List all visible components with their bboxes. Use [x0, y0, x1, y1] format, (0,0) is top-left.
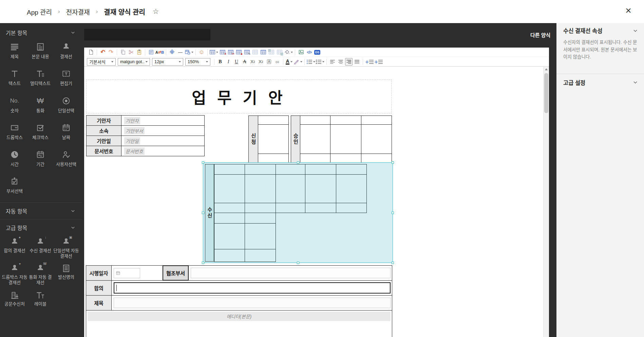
document-title[interactable]: 업 무 기 안: [192, 85, 286, 108]
section-basic-items[interactable]: 기본 항목: [0, 26, 82, 39]
sidebar-item-official-receiver[interactable]: 공문수신처: [2, 290, 27, 307]
scroll-up-icon[interactable]: [545, 68, 548, 70]
info-value[interactable]: 기안자: [121, 116, 204, 126]
sidebar-item-currency[interactable]: ₩ 통화: [27, 96, 53, 113]
ds-component-icon[interactable]: DS: [314, 49, 321, 56]
table-cell[interactable]: [276, 164, 305, 175]
table-cell[interactable]: [245, 203, 276, 213]
form-label[interactable]: 합의: [86, 281, 112, 295]
sidebar-item-date[interactable]: 날짜: [53, 123, 79, 140]
find-replace-icon[interactable]: A⇄B: [155, 49, 164, 56]
table-cell[interactable]: [330, 154, 361, 163]
form-name-input[interactable]: [84, 29, 210, 40]
horizontal-rule-icon[interactable]: —: [176, 49, 184, 56]
special-char-icon[interactable]: ※: [168, 49, 176, 56]
table-cell[interactable]: [305, 175, 336, 203]
cell-split-icon[interactable]: ▥: [276, 49, 283, 56]
indent-icon[interactable]: ＋: [365, 58, 374, 66]
body-editor-placeholder[interactable]: 에디터(본문): [88, 312, 391, 321]
info-label[interactable]: 기안일: [87, 136, 121, 146]
apply-approval-table[interactable]: 신청: [248, 116, 289, 163]
approve-approval-table[interactable]: 승인: [291, 116, 392, 163]
font-select[interactable]: malgun got..: [118, 58, 150, 66]
exec-date-input[interactable]: [114, 268, 140, 278]
table-cell[interactable]: [276, 175, 305, 203]
new-document-icon[interactable]: [87, 49, 95, 56]
undo-icon[interactable]: ↶: [99, 49, 107, 56]
table-pale-icon[interactable]: [251, 49, 259, 56]
panel-section-advanced-settings[interactable]: 고급 설정: [556, 74, 644, 91]
selection-handle[interactable]: [202, 212, 204, 214]
copy-icon[interactable]: [119, 49, 127, 56]
sidebar-item-dept-select[interactable]: 부서선택: [2, 177, 27, 194]
sidebar-item-body-content[interactable]: 본문 내용: [27, 42, 53, 59]
underline-icon[interactable]: U: [233, 58, 240, 66]
css-style-icon[interactable]: ∞: [273, 58, 281, 66]
sidebar-item-currency-auto-line[interactable]: ₩ 통화 자동 결재선: [27, 264, 53, 286]
info-label[interactable]: 문서번호: [87, 146, 121, 156]
form-label[interactable]: 제목: [86, 296, 112, 310]
table-cell[interactable]: [336, 164, 367, 175]
image-icon[interactable]: [297, 49, 305, 56]
table-cell[interactable]: [276, 203, 305, 213]
apply-header-cell[interactable]: 신청: [249, 116, 258, 163]
sidebar-item-dropbox-auto-line[interactable]: ▾ 드롭박스 자동결재선: [2, 264, 27, 286]
align-center-icon[interactable]: [337, 58, 344, 66]
calendar-clock-icon[interactable]: [185, 49, 193, 56]
emoticon-icon[interactable]: ☺: [198, 49, 205, 56]
table-cell[interactable]: [214, 224, 245, 249]
table-cell[interactable]: [245, 224, 276, 249]
highlight-color-icon[interactable]: [293, 58, 302, 66]
sidebar-item-text[interactable]: 텍스트: [2, 69, 27, 86]
section-auto-items[interactable]: 자동 항목: [0, 203, 82, 219]
sidebar-item-time[interactable]: 시간: [2, 150, 27, 167]
table-insert-icon[interactable]: [210, 49, 218, 56]
italic-icon[interactable]: I: [225, 58, 232, 66]
table-cell[interactable]: [245, 249, 276, 262]
selection-handle[interactable]: [392, 212, 394, 214]
panel-section-receive-properties[interactable]: 수신 결재선 속성: [556, 23, 644, 38]
remove-format-icon[interactable]: A: [265, 58, 273, 66]
sidebar-item-multitext[interactable]: 멀티텍스트: [27, 69, 53, 86]
receive-approval-table-selected[interactable]: 수신: [203, 162, 393, 263]
sidebar-item-user-select[interactable]: 사용자선택: [53, 150, 79, 167]
align-justify-icon[interactable]: [353, 58, 361, 66]
table-cell[interactable]: [214, 164, 245, 175]
table-cell[interactable]: [300, 116, 330, 125]
zoom-select[interactable]: 150%: [185, 58, 210, 66]
paste-icon[interactable]: [135, 49, 143, 56]
sidebar-item-editor[interactable]: 편집기: [53, 69, 79, 86]
table-cell[interactable]: [300, 154, 330, 163]
breadcrumb-eapproval[interactable]: 전자결재: [66, 7, 90, 16]
title-input[interactable]: [114, 298, 391, 308]
ordered-list-icon[interactable]: [307, 58, 315, 66]
favorite-star-icon[interactable]: ☆: [153, 7, 159, 16]
row-delete-icon[interactable]: ✂: [227, 49, 234, 56]
table-cell[interactable]: [214, 203, 245, 213]
sidebar-item-title[interactable]: 제목: [2, 42, 27, 59]
receive-header-cell[interactable]: 수신: [205, 164, 214, 262]
sidebar-item-single-select[interactable]: 단일선택: [53, 96, 79, 113]
document-canvas[interactable]: 업 무 기 안 기안자 기안자 소속 기안부서 기안일 기안일 문서번호 문서번…: [84, 67, 549, 337]
scrollbar-thumb[interactable]: [544, 73, 548, 113]
table-cell[interactable]: [214, 175, 245, 203]
outdent-icon[interactable]: ＋: [374, 58, 383, 66]
paint-bucket-icon[interactable]: [284, 49, 293, 56]
table-cell[interactable]: [258, 116, 288, 125]
title-block[interactable]: 업 무 기 안: [86, 79, 392, 113]
format-select[interactable]: 기본서식: [87, 58, 116, 66]
agree-input-focused[interactable]: [114, 282, 391, 294]
table-cell[interactable]: [258, 125, 288, 154]
drafter-info-table[interactable]: 기안자 기안자 소속 기안부서 기안일 기안일 문서번호 문서번호: [86, 115, 205, 156]
vertical-scrollbar[interactable]: [543, 67, 549, 337]
sidebar-item-approval-line[interactable]: 결재선: [53, 42, 79, 59]
sidebar-item-period[interactable]: 기간: [27, 150, 53, 167]
table-cell[interactable]: [336, 203, 367, 213]
info-value[interactable]: 문서번호: [121, 146, 204, 156]
selection-handle[interactable]: [202, 161, 204, 164]
info-value[interactable]: 기안일: [121, 136, 204, 146]
selection-handle[interactable]: [202, 262, 204, 264]
preview-icon[interactable]: [147, 49, 155, 56]
table-cell[interactable]: [245, 175, 276, 203]
cell-merge-icon[interactable]: ▥: [268, 49, 275, 56]
